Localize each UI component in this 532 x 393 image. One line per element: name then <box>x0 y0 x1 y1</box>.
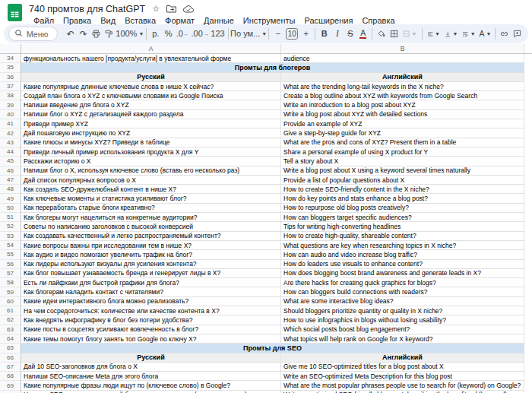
cell-B63[interactable]: Which social posts boost blog engagement… <box>281 325 524 334</box>
menu-item-9[interactable]: Справка <box>357 15 399 26</box>
cell-B40[interactable]: Write a blog post about XYZ with detaile… <box>281 110 524 119</box>
cell-A44[interactable]: Приведи личный пример использования прод… <box>21 147 281 157</box>
row-number-60[interactable]: 60 <box>0 297 21 306</box>
cell-A37[interactable]: Какие популярные длинные ключевые слова … <box>21 82 281 91</box>
vertical-align-button[interactable]: ▼ <box>442 27 460 41</box>
row-number-62[interactable]: 62 <box>0 315 21 325</box>
cell-A34[interactable]: функциональность нашего [продукта/услуги… <box>21 54 281 63</box>
zoom-control[interactable]: 100%▼ <box>116 27 144 41</box>
cell-B41[interactable]: Provide an example of XYZ <box>281 119 524 128</box>
merge-cells-button[interactable]: ▼ <box>401 27 419 41</box>
bold-button[interactable]: B <box>318 27 331 41</box>
row-number-57[interactable]: 57 <box>0 269 21 278</box>
move-to-folder-icon[interactable] <box>166 5 176 13</box>
menu-item-4[interactable]: Вставка <box>120 15 160 26</box>
cell-B44[interactable]: Share a personal example of using X prod… <box>281 147 524 157</box>
cell-A53[interactable]: Как создавать качественный и легко распр… <box>21 232 281 241</box>
menu-item-5[interactable]: Формат <box>160 15 199 26</box>
row-number-50[interactable]: 50 <box>0 204 21 213</box>
cell-section-35[interactable]: Промты для блогеров <box>21 63 524 72</box>
redo-button[interactable]: ↷ <box>77 27 90 41</box>
row-number-46[interactable]: 46 <box>0 166 21 176</box>
menu-item-6[interactable]: Данные <box>199 15 239 26</box>
increase-font-size-button[interactable]: + <box>299 27 312 41</box>
text-color-button[interactable]: A <box>356 27 369 41</box>
font-selector[interactable]: По ум...▼ <box>231 27 266 41</box>
row-number-51[interactable]: 51 <box>0 213 21 222</box>
row-number-64[interactable]: 64 <box>0 334 21 344</box>
text-wrap-button[interactable]: ▼ <box>460 27 477 41</box>
cell-B51[interactable]: How can bloggers target specific audienc… <box>281 213 524 222</box>
cell-B38[interactable]: Create a blog outline about XYZ with key… <box>281 91 524 100</box>
row-number-38[interactable]: 38 <box>0 91 21 100</box>
cell-A43[interactable]: Какие плюсы и минусы XYZ? Приведи в табл… <box>21 138 281 147</box>
cell-A57[interactable]: Как блог повышает узнаваемость бренда и … <box>21 269 281 278</box>
row-number-41[interactable]: 41 <box>0 119 21 128</box>
row-number-43[interactable]: 43 <box>0 138 21 147</box>
cell-A67[interactable]: Дай 10 SEO-заголовков для блога о X <box>21 363 281 372</box>
row-number-34[interactable]: 34 <box>0 54 21 63</box>
row-number-55[interactable]: 55 <box>0 250 21 259</box>
cell-B62[interactable]: How to use infographics in blogs without… <box>281 315 524 325</box>
horizontal-align-button[interactable]: ▼ <box>425 27 442 41</box>
cell-A51[interactable]: Как блогеры могут нацелиться на конкретн… <box>21 213 281 222</box>
cell-A45[interactable]: Расскажи историю о X <box>21 157 281 166</box>
cell-B54[interactable]: What questions are key when researching … <box>281 241 524 250</box>
row-number-36[interactable]: 36 <box>0 73 21 82</box>
cell-A46[interactable]: Напиши блог о X, используя ключевое слов… <box>21 166 281 176</box>
borders-button[interactable] <box>388 27 401 41</box>
decrease-decimal-button[interactable]: .0← <box>175 27 190 41</box>
row-number-56[interactable]: 56 <box>0 260 21 269</box>
row-number-40[interactable]: 40 <box>0 110 21 119</box>
cell-B64[interactable]: What topics will help rank on Google for… <box>281 334 524 344</box>
column-header-b[interactable]: B <box>281 44 524 54</box>
insert-link-button[interactable] <box>498 27 511 41</box>
cell-B56[interactable]: How do leaders use visuals to enhance co… <box>281 260 524 269</box>
row-number-39[interactable]: 39 <box>0 100 21 109</box>
cell-A49[interactable]: Как ключевые моменты и статистика усилив… <box>21 194 281 203</box>
cell-B46[interactable]: Write a blog post about X using a keywor… <box>281 166 524 176</box>
cell-B47[interactable]: Provide a list of popular questions abou… <box>281 176 524 185</box>
strikethrough-button[interactable]: S <box>344 27 356 41</box>
cell-B45[interactable]: Tell a story about X <box>281 157 524 166</box>
cell-B67[interactable]: Give me 10 SEO-optimized titles for a bl… <box>281 363 524 372</box>
cell-A69[interactable]: Какие популярные фразы люди ищут по (клю… <box>21 381 281 390</box>
format-percent-button[interactable]: % <box>162 27 175 41</box>
cell-B34[interactable]: audience <box>281 54 524 63</box>
cell-B37[interactable]: What are the trending long-tail keywords… <box>281 82 524 91</box>
format-currency-button[interactable]: р. <box>149 27 162 41</box>
cell-B48[interactable]: How to create SEO-friendly content in th… <box>281 185 524 194</box>
menu-item-3[interactable]: Вид <box>96 15 120 26</box>
insert-comment-button[interactable] <box>511 27 524 41</box>
row-number-68[interactable]: 68 <box>0 372 21 381</box>
row-number-47[interactable]: 47 <box>0 176 21 185</box>
menu-item-2[interactable]: Правка <box>59 15 96 26</box>
cell-A47[interactable]: Дай список популярных вопросов о X <box>21 176 281 185</box>
cell-A36[interactable]: Русский <box>21 73 281 82</box>
fill-color-button[interactable] <box>375 27 388 41</box>
undo-button[interactable]: ↶ <box>64 27 77 41</box>
row-number-58[interactable]: 58 <box>0 278 21 287</box>
print-button[interactable] <box>90 27 103 41</box>
cell-B53[interactable]: How to create high-quality, shareable co… <box>281 232 524 241</box>
cell-B42[interactable]: Give a step-by-step guide for XYZ <box>281 128 524 138</box>
cell-A55[interactable]: Как аудио и видео помогают увеличить тра… <box>21 250 281 259</box>
cell-A38[interactable]: Создай план блога о XYZ с ключевыми слов… <box>21 91 281 100</box>
cell-A61[interactable]: На чем сосредоточиться: количестве или к… <box>21 306 281 315</box>
row-number-69[interactable]: 69 <box>0 381 21 390</box>
cell-B68[interactable]: Write an SEO-optimized Meta Description … <box>281 372 524 381</box>
cell-B43[interactable]: What are the pros and cons of XYZ? Prese… <box>281 138 524 147</box>
row-number-42[interactable]: 42 <box>0 128 21 138</box>
menu-item-8[interactable]: Расширения <box>299 15 357 26</box>
cell-A66[interactable]: Русский <box>21 353 281 363</box>
cell-B66[interactable]: Английский <box>281 353 524 363</box>
cell-B61[interactable]: Should bloggers prioritize quantity or q… <box>281 306 524 315</box>
italic-button[interactable]: I <box>331 27 344 41</box>
cell-B52[interactable]: Tips for writing high-converting headlin… <box>281 222 524 231</box>
text-rotation-button[interactable]: A ▼ <box>478 27 492 41</box>
cell-A42[interactable]: Дай пошаговую инструкцию по XYZ <box>21 128 281 138</box>
row-number-54[interactable]: 54 <box>0 241 21 250</box>
cell-B60[interactable]: What are some interactive blog ideas? <box>281 297 524 306</box>
document-title[interactable]: 740 промтов для ChatGPT <box>29 4 145 14</box>
cell-A60[interactable]: Какие идеи интерактивного блога можно ре… <box>21 297 281 306</box>
